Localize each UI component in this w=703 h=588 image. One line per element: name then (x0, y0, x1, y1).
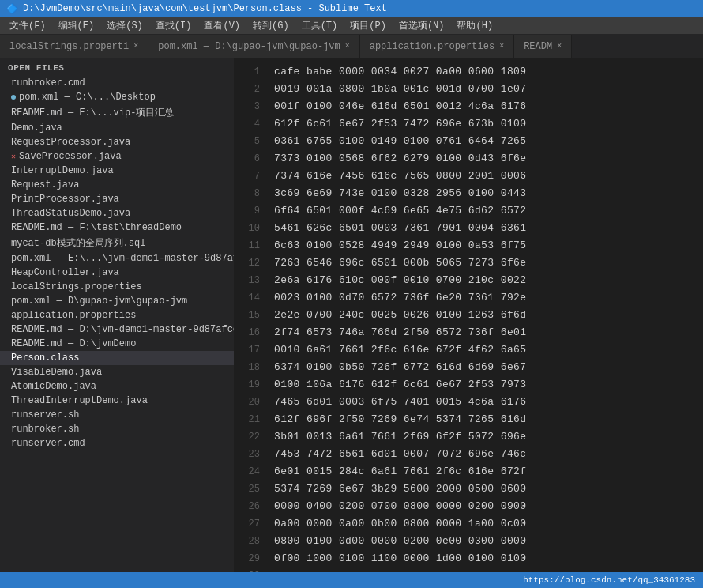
menu-item-p[interactable]: 项目(P) (344, 17, 393, 34)
sidebar-item-14[interactable]: localStrings.properties (0, 280, 234, 294)
line-num-13: 13 (235, 272, 260, 289)
sidebar-item-7[interactable]: Request.java (0, 178, 234, 192)
line-num-15: 15 (235, 307, 260, 324)
sidebar-item-23[interactable]: runserver.sh (0, 408, 234, 422)
tab-close-icon-3[interactable]: × (557, 42, 562, 51)
tab-1[interactable]: pom.xml — D:\gupao-jvm\gupao-jvm× (148, 35, 359, 58)
tab-0[interactable]: localStrings.properti× (0, 35, 148, 58)
sidebar-item-4[interactable]: RequestProcessor.java (0, 135, 234, 149)
code-line-14: 0023 0100 0d70 6572 736f 6e20 7361 792e (274, 289, 703, 307)
line-num-19: 19 (235, 376, 260, 394)
sidebar-file-list: runbroker.cmdpom.xml — C:\...\DesktopREA… (0, 76, 234, 572)
sidebar-item-13[interactable]: HeapController.java (0, 266, 234, 280)
tab-3[interactable]: READM× (514, 35, 572, 58)
titlebar: 🔷 D:\JvmDemo\src\main\java\com\testjvm\P… (0, 0, 703, 17)
sidebar-item-1[interactable]: pom.xml — C:\...\Desktop (0, 90, 234, 104)
sidebar-item-label-0: runbroker.cmd (11, 77, 85, 89)
line-num-3: 3 (235, 98, 260, 115)
sidebar-item-25[interactable]: runserver.cmd (0, 436, 234, 450)
sidebar-item-11[interactable]: mycat-db模式的全局序列.sql (0, 235, 234, 251)
sidebar-item-label-20: VisableDemo.java (11, 367, 102, 378)
editor: 1234567891011121314151617181920212223242… (235, 58, 703, 572)
tab-label-3: READM (524, 41, 552, 52)
sidebar-item-label-25: runserver.cmd (11, 438, 85, 449)
code-line-30: 0000 052a b700 01b1 0000 0001 0012 0000 (274, 567, 703, 569)
line-num-11: 11 (235, 237, 260, 254)
code-line-28: 0800 0100 0d00 0000 0200 0e00 0300 0000 (274, 533, 703, 550)
menu-item-t[interactable]: 工具(T) (295, 17, 344, 34)
sidebar-item-6[interactable]: InterruptDemo.java (0, 164, 234, 178)
line-num-7: 7 (235, 168, 260, 185)
sidebar-item-label-18: README.md — D:\jvmDemo (11, 338, 136, 349)
sidebar-item-22[interactable]: ThreadInterruptDemo.java (0, 394, 234, 408)
code-line-11: 6c63 0100 0528 4949 2949 0100 0a53 6f75 (274, 237, 703, 254)
line-num-1: 1 (235, 63, 260, 81)
menu-item-s[interactable]: 选择(S) (100, 17, 149, 34)
code-line-17: 0010 6a61 7661 2f6c 616e 672f 4f62 6a65 (274, 341, 703, 359)
line-num-12: 12 (235, 254, 260, 272)
sidebar-item-19[interactable]: Person.class (0, 351, 234, 365)
sidebar-item-8[interactable]: PrintProcessor.java (0, 192, 234, 206)
menu-item-g[interactable]: 转到(G) (246, 17, 295, 34)
code-line-10: 5461 626c 6501 0003 7361 7901 0004 6361 (274, 220, 703, 237)
sidebar-item-label-8: PrintProcessor.java (11, 194, 119, 205)
code-line-19: 0100 106a 6176 612f 6c61 6e67 2f53 7973 (274, 376, 703, 394)
sidebar-item-label-21: AtomicDemo.java (11, 381, 96, 392)
line-num-26: 26 (235, 498, 260, 515)
line-num-8: 8 (235, 185, 260, 202)
sidebar-item-16[interactable]: application.properties (0, 308, 234, 322)
tab-2[interactable]: application.properties× (360, 35, 514, 58)
line-num-24: 24 (235, 463, 260, 481)
menu-item-f[interactable]: 文件(F) (3, 17, 52, 34)
sidebar-item-18[interactable]: README.md — D:\jvmDemo (0, 337, 234, 351)
main-layout: OPEN FILES runbroker.cmdpom.xml — C:\...… (0, 58, 703, 572)
menu-item-v[interactable]: 查看(V) (197, 17, 246, 34)
code-line-15: 2e2e 0700 240c 0025 0026 0100 1263 6f6d (274, 307, 703, 324)
line-num-6: 6 (235, 150, 260, 168)
sidebar-item-label-23: runserver.sh (11, 409, 79, 420)
code-line-13: 2e6a 6176 610c 000f 0010 0700 210c 0022 (274, 272, 703, 289)
line-num-28: 28 (235, 533, 260, 550)
menu-item-h[interactable]: 帮助(H) (450, 17, 499, 34)
sidebar-item-9[interactable]: ThreadStatusDemo.java (0, 206, 234, 220)
menu-item-e[interactable]: 编辑(E) (52, 17, 101, 34)
menu-item-i[interactable]: 查找(I) (149, 17, 198, 34)
line-num-18: 18 (235, 359, 260, 376)
sidebar-item-15[interactable]: pom.xml — D\gupao-jvm\gupao-jvm (0, 294, 234, 308)
titlebar-icon: 🔷 (6, 3, 18, 15)
code-line-3: 001f 0100 046e 616d 6501 0012 4c6a 6176 (274, 98, 703, 115)
editor-content[interactable]: 1234567891011121314151617181920212223242… (235, 58, 703, 572)
sidebar-item-20[interactable]: VisableDemo.java (0, 365, 234, 379)
sidebar-item-12[interactable]: pom.xml — E:\...\jvm-demo1-master-9d87af… (0, 251, 234, 266)
sidebar-item-0[interactable]: runbroker.cmd (0, 76, 234, 90)
menu-item-n[interactable]: 首选项(N) (393, 17, 451, 34)
code-line-1: cafe babe 0000 0034 0027 0a00 0600 1809 (274, 63, 703, 81)
code-line-2: 0019 001a 0800 1b0a 001c 001d 0700 1e07 (274, 81, 703, 98)
line-numbers: 1234567891011121314151617181920212223242… (235, 62, 268, 569)
line-num-16: 16 (235, 324, 260, 341)
sidebar-item-5[interactable]: ✕SaveProcessor.java (0, 149, 234, 164)
tab-close-icon-0[interactable]: × (133, 42, 138, 51)
line-num-29: 29 (235, 550, 260, 567)
sidebar-item-24[interactable]: runbroker.sh (0, 422, 234, 436)
tab-close-icon-1[interactable]: × (345, 42, 350, 51)
tab-label-0: localStrings.properti (9, 41, 129, 52)
code-line-4: 612f 6c61 6e67 2f53 7472 696e 673b 0100 (274, 115, 703, 133)
code-line-8: 3c69 6e69 743e 0100 0328 2956 0100 0443 (274, 185, 703, 202)
sidebar-item-17[interactable]: README.md — D:\jvm-demo1-master-9d87afce… (0, 322, 234, 337)
tab-close-icon-2[interactable]: × (499, 42, 504, 51)
line-num-23: 23 (235, 446, 260, 463)
sidebar-item-3[interactable]: Demo.java (0, 121, 234, 135)
line-num-4: 4 (235, 115, 260, 133)
code-line-24: 6e01 0015 284c 6a61 7661 2f6c 616e 672f (274, 463, 703, 481)
sidebar-item-2[interactable]: README.md — E:\...vip-项目汇总 (0, 104, 234, 121)
sidebar: OPEN FILES runbroker.cmdpom.xml — C:\...… (0, 58, 235, 572)
sidebar-header: OPEN FILES (0, 58, 234, 76)
line-num-22: 22 (235, 428, 260, 446)
code-line-6: 7373 0100 0568 6f62 6279 0100 0d43 6f6e (274, 150, 703, 168)
sidebar-item-21[interactable]: AtomicDemo.java (0, 379, 234, 394)
code-line-22: 3b01 0013 6a61 7661 2f69 6f2f 5072 696e (274, 428, 703, 446)
sidebar-item-label-17: README.md — D:\jvm-demo1-master-9d87afce… (11, 324, 234, 335)
sidebar-item-label-15: pom.xml — D\gupao-jvm\gupao-jvm (11, 296, 187, 307)
sidebar-item-10[interactable]: README.md — F:\test\threadDemo (0, 220, 234, 235)
